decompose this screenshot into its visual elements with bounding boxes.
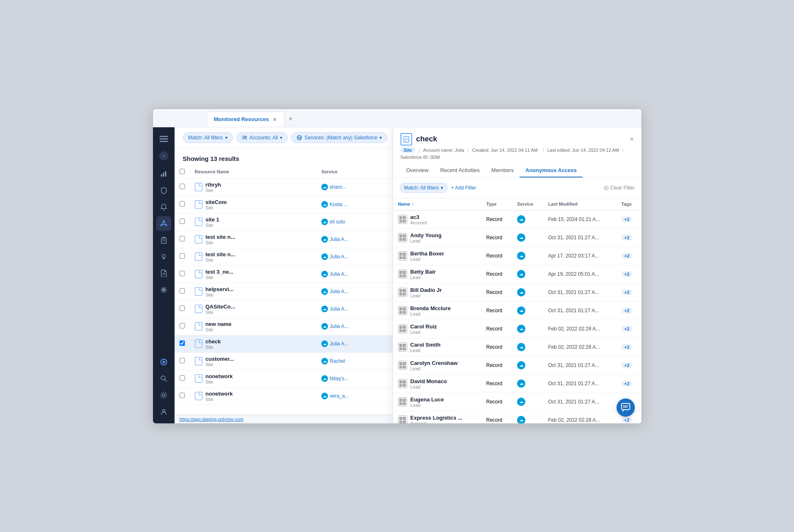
detail-close-button[interactable]: × <box>630 136 634 143</box>
record-row[interactable]: Betty Bair Lead Record ☁ Apr 19, 2022 05… <box>393 265 641 283</box>
detail-tab-anonymous-access[interactable]: Anonymous Access <box>520 164 583 177</box>
svg-point-8 <box>165 224 167 226</box>
accounts-filter-label: Accounts: All <box>250 135 278 141</box>
chat-button[interactable] <box>617 398 635 417</box>
detail-tab-overview[interactable]: Overview <box>401 164 435 177</box>
new-tab-button[interactable]: + <box>284 112 297 127</box>
record-tags-badge[interactable]: +2 <box>622 253 633 259</box>
sidebar-item-clipboard[interactable] <box>156 233 171 248</box>
row-checkbox[interactable] <box>180 253 185 259</box>
record-row[interactable]: David Monaco Lead Record ☁ Oct 31, 2021 … <box>393 374 641 393</box>
clear-filter-icon <box>604 185 609 190</box>
sidebar-item-settings[interactable] <box>156 388 171 403</box>
row-checkbox[interactable] <box>180 219 185 224</box>
record-type: Record <box>486 271 503 277</box>
record-row[interactable]: Eugena Luce Lead Record ☁ Oct 31, 2021 0… <box>393 393 641 411</box>
record-row[interactable]: Bill Dadio Jr Lead Record ☁ Oct 31, 2021… <box>393 283 641 301</box>
row-name: nonetwork <box>206 391 233 397</box>
sidebar-item-network[interactable] <box>156 216 171 231</box>
record-row[interactable]: Carol Ruiz Lead Record ☁ Feb 02, 2022 02… <box>393 320 641 338</box>
record-row[interactable]: Carol Smith Lead Record ☁ Feb 02, 2022 0… <box>393 338 641 356</box>
record-tags-cell: +2 <box>617 374 641 393</box>
record-row[interactable]: Brenda Mcclure Lead Record ☁ Oct 31, 202… <box>393 301 641 320</box>
record-tags-badge[interactable]: +2 <box>622 326 633 332</box>
record-tags-badge[interactable]: +2 <box>622 381 633 386</box>
row-checkbox[interactable] <box>180 288 185 294</box>
panel-match-filter[interactable]: Match: All filters ▾ <box>400 183 448 193</box>
sidebar-item-doc[interactable] <box>156 266 171 281</box>
svg-rect-41 <box>622 403 630 410</box>
row-doc-icon <box>195 392 202 400</box>
row-checkbox[interactable] <box>180 236 185 241</box>
record-tags-cell: +2 <box>617 338 641 356</box>
row-checkbox[interactable] <box>180 340 185 346</box>
chat-icon <box>621 403 630 412</box>
sidebar-item-circle[interactable] <box>156 355 171 369</box>
sidebar-item-analytics[interactable] <box>156 166 171 181</box>
record-subtype: Lead <box>410 257 444 262</box>
row-checkbox[interactable] <box>180 271 185 276</box>
row-doc-icon <box>195 374 202 383</box>
sidebar-item-snowflake[interactable] <box>156 282 171 297</box>
sidebar-item-bell[interactable] <box>156 199 171 214</box>
record-subtype: Lead <box>410 330 437 335</box>
record-tags-badge[interactable]: +2 <box>622 271 633 277</box>
record-tags-badge[interactable]: +2 <box>622 289 633 295</box>
monitored-resources-tab[interactable]: Monitored Resources × <box>207 112 284 127</box>
record-tags-badge[interactable]: +2 <box>622 362 633 368</box>
svg-point-6 <box>163 222 165 225</box>
record-tags-cell: +2 <box>617 301 641 320</box>
row-checkbox[interactable] <box>180 306 185 311</box>
sidebar-expand-button[interactable]: › <box>159 151 168 160</box>
record-subtype: Lead <box>410 348 441 353</box>
record-service-cell: ☁ <box>512 265 543 283</box>
records-table: Name ↑ Type Service Last Modified Tags <box>393 198 641 423</box>
sidebar-item-bulb[interactable] <box>156 249 171 264</box>
record-grid-icon <box>398 288 407 297</box>
record-last-modified-cell: Feb 02, 2022 02:28 A... <box>543 320 617 338</box>
name-column-header[interactable]: Name ↑ <box>393 198 481 210</box>
record-name: Carol Smith <box>410 342 441 348</box>
row-checkbox[interactable] <box>180 184 185 189</box>
record-tags-badge[interactable]: +2 <box>622 235 633 240</box>
record-tags-badge[interactable]: +2 <box>622 216 633 222</box>
sidebar-item-shield[interactable] <box>156 183 171 198</box>
accounts-filter-pill[interactable]: Accounts: All ▾ <box>236 132 288 143</box>
row-checkbox[interactable] <box>180 375 185 381</box>
row-resource-name-cell: nonetwork Site <box>190 370 317 387</box>
row-checkbox[interactable] <box>180 393 185 398</box>
row-checkbox-cell <box>175 352 190 370</box>
match-filter-pill[interactable]: Match: All filters ▾ <box>183 132 233 143</box>
detail-tab-recent-activities[interactable]: Recent Activities <box>435 164 486 177</box>
record-row[interactable]: Andy Young Lead Record ☁ Oct 31, 2021 01… <box>393 228 641 247</box>
row-checkbox[interactable] <box>180 323 185 328</box>
detail-tab-members[interactable]: Members <box>486 164 520 177</box>
select-all-checkbox[interactable] <box>180 169 185 174</box>
record-type: Record <box>486 417 503 423</box>
clear-filter-button[interactable]: Clear Filter <box>604 185 635 191</box>
record-row[interactable]: Bertha Boxer Lead Record ☁ Apr 17, 2022 … <box>393 247 641 265</box>
row-resource-name-cell: helpservi... Site <box>190 283 317 300</box>
add-filter-button[interactable]: + Add Filter <box>451 185 476 191</box>
record-type-cell: Record <box>481 265 512 283</box>
row-resource-name-cell: new name Site <box>190 318 317 335</box>
record-tags-badge[interactable]: +2 <box>622 344 633 350</box>
services-filter-pill[interactable]: Services: (Match any) Salesforce ▾ <box>291 132 387 143</box>
row-checkbox[interactable] <box>180 358 185 363</box>
record-row[interactable]: ac3 Account Record ☁ Feb 15, 2024 01:21 … <box>393 210 641 229</box>
sidebar-item-profile[interactable] <box>156 404 171 419</box>
record-subtype: Account <box>410 421 463 423</box>
tab-close-button[interactable]: × <box>273 116 276 123</box>
record-row[interactable]: Express Logistics ... Account Record ☁ F… <box>393 411 641 423</box>
row-checkbox-cell <box>175 387 190 405</box>
row-checkbox[interactable] <box>180 201 185 206</box>
record-tags-badge[interactable]: +2 <box>622 308 633 313</box>
record-row[interactable]: Carolyn Crenshaw Lead Record ☁ Oct 31, 2… <box>393 356 641 374</box>
sidebar-item-search[interactable] <box>156 371 171 386</box>
record-subtype: Lead <box>410 311 451 316</box>
row-service-name: sharo... <box>330 184 346 190</box>
record-sf-icon: ☁ <box>517 215 525 223</box>
record-subtype: Lead <box>410 293 442 298</box>
record-tags-badge[interactable]: +2 <box>622 417 633 423</box>
record-name: Carol Ruiz <box>410 323 437 330</box>
